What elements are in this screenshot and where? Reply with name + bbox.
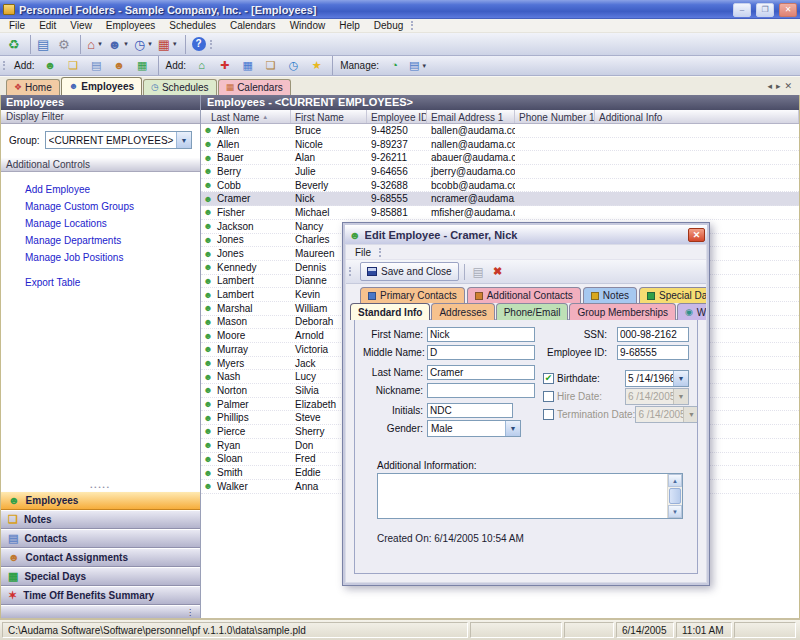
dialog-tab-primary-contacts[interactable]: Primary Contacts: [360, 287, 465, 303]
group-select[interactable]: <CURRENT EMPLOYEES> ▼: [45, 131, 192, 149]
scrollbar[interactable]: ▲ ▼: [667, 474, 682, 518]
manage-summary-button[interactable]: ◔: [384, 56, 405, 75]
first-name-field[interactable]: [427, 327, 535, 342]
settings-button[interactable]: ⚙: [53, 35, 74, 54]
sidebar-link[interactable]: Manage Locations: [25, 218, 200, 229]
menu-item[interactable]: Calendars: [223, 19, 283, 32]
schedules-button[interactable]: ◷: [132, 35, 154, 54]
add-special-day-button[interactable]: ▦: [132, 56, 153, 75]
additional-information-text[interactable]: [378, 474, 667, 518]
manage-assignments-button[interactable]: ▤: [407, 56, 428, 75]
dialog-tab-phone-email[interactable]: Phone/Email: [496, 303, 569, 320]
sidebar-link[interactable]: Add Employee: [25, 184, 200, 195]
menu-item[interactable]: File: [2, 19, 32, 32]
data-form-button[interactable]: ▤: [30, 35, 51, 54]
termination-date-checkbox[interactable]: [543, 409, 554, 420]
table-row[interactable]: ☻ Cobb Beverly 9-32688 bcobb@audama.com: [201, 179, 799, 193]
table-row[interactable]: ☻ Fisher Michael 9-85881 mfisher@audama.…: [201, 206, 799, 220]
delete-icon[interactable]: ✖: [490, 265, 505, 278]
nav-overflow-bar[interactable]: ⋮: [1, 605, 200, 618]
add-contact-button[interactable]: ▤: [86, 56, 107, 75]
tab-scroll-left-button[interactable]: ◂: [767, 81, 772, 91]
help-button[interactable]: ?: [185, 35, 208, 54]
add-employee-button[interactable]: ☻: [40, 56, 61, 75]
close-button[interactable]: ✕: [779, 3, 797, 17]
add-custom-group-button[interactable]: ▦: [237, 56, 258, 75]
minimize-button[interactable]: –: [733, 3, 751, 17]
nav-notes[interactable]: ❏ Notes: [1, 510, 200, 529]
dialog-menu-item[interactable]: File: [348, 245, 378, 259]
middle-name-field[interactable]: [427, 345, 535, 360]
save-and-close-button[interactable]: Save and Close: [360, 262, 459, 281]
add-time-off-benefit-button[interactable]: ★: [306, 56, 327, 75]
tab-calendars[interactable]: ▦ Calendars: [218, 79, 291, 95]
birthdate-select[interactable]: 5 /14/1966 ▼: [625, 370, 689, 387]
table-row[interactable]: ☻ Bauer Alan 9-26211 abauer@audama.com: [201, 151, 799, 165]
initials-field[interactable]: [427, 403, 513, 418]
ssn-field[interactable]: [617, 327, 689, 342]
dialog-tab-addresses[interactable]: Addresses: [431, 303, 494, 320]
employees-button[interactable]: ☻: [106, 35, 130, 54]
nav-contacts[interactable]: ▤ Contacts: [1, 529, 200, 548]
add-contact-assignment-button[interactable]: ☻: [109, 56, 130, 75]
menu-item[interactable]: View: [63, 19, 99, 32]
scrollbar-thumb[interactable]: [669, 488, 681, 504]
tab-scroll-right-button[interactable]: ▸: [776, 81, 781, 91]
chevron-down-icon[interactable]: ▼: [673, 371, 688, 386]
scroll-up-icon[interactable]: ▲: [668, 474, 682, 487]
column-header-last-name[interactable]: Last Name ▲: [201, 110, 291, 123]
menu-item[interactable]: Employees: [99, 19, 162, 32]
nav-employees[interactable]: ☻ Employees: [1, 491, 200, 510]
dialog-close-button[interactable]: ✕: [688, 228, 705, 242]
scroll-down-icon[interactable]: ▼: [668, 505, 682, 518]
column-header-first-name[interactable]: First Name: [291, 110, 367, 123]
column-header-additional-info[interactable]: Additional Info: [595, 110, 799, 123]
refresh-button[interactable]: ♻: [3, 35, 24, 54]
sidebar-link[interactable]: Manage Departments: [25, 235, 200, 246]
table-row[interactable]: ☻ Berry Julie 9-64656 jberry@audama.com: [201, 165, 799, 179]
table-row[interactable]: ☻ Allen Nicole 9-89237 nallen@audama.com: [201, 138, 799, 152]
menu-item[interactable]: Schedules: [162, 19, 223, 32]
sidebar-link[interactable]: Manage Custom Groups: [25, 201, 200, 212]
sidebar-link[interactable]: Manage Job Positions: [25, 252, 200, 263]
nickname-field[interactable]: [427, 383, 535, 398]
dialog-tab-work-status[interactable]: ◉ Work Status: [677, 303, 707, 320]
add-schedule-button[interactable]: ◷: [283, 56, 304, 75]
nav-overflow-icon[interactable]: ⋮: [186, 608, 194, 617]
add-note-button[interactable]: ❏: [63, 56, 84, 75]
print-icon[interactable]: ▤: [470, 265, 487, 279]
nav-contact-assignments[interactable]: ☻ Contact Assignments: [1, 548, 200, 567]
menu-item[interactable]: Window: [283, 19, 333, 32]
menu-item[interactable]: Help: [332, 19, 367, 32]
add-department-button[interactable]: ✚: [214, 56, 235, 75]
column-header-employee-id[interactable]: Employee ID: [367, 110, 427, 123]
table-row[interactable]: ☻ Allen Bruce 9-48250 ballen@audama.com: [201, 124, 799, 138]
dialog-tab-notes[interactable]: Notes: [583, 287, 637, 303]
home-button[interactable]: ⌂: [80, 35, 103, 54]
last-name-field[interactable]: [427, 365, 535, 380]
table-row[interactable]: ☻ Cramer Nick 9-68555 ncramer@audama.com: [201, 192, 799, 206]
birthdate-checkbox[interactable]: ✔: [543, 373, 554, 384]
dialog-tab-standard-info[interactable]: Standard Info: [350, 303, 430, 320]
nav-special-days[interactable]: ▦ Special Days: [1, 567, 200, 586]
add-location-button[interactable]: ⌂: [191, 56, 212, 75]
gender-select[interactable]: Male ▼: [427, 420, 521, 437]
hire-date-checkbox[interactable]: [543, 391, 554, 402]
dialog-tab-additional-contacts[interactable]: Additional Contacts: [467, 287, 581, 303]
export-table-link[interactable]: Export Table: [25, 277, 200, 288]
restore-button[interactable]: ❐: [756, 3, 774, 17]
column-header-phone[interactable]: Phone Number 1: [515, 110, 595, 123]
tab-home[interactable]: ❖ Home: [6, 79, 60, 95]
calendars-button[interactable]: ▦: [156, 35, 179, 54]
tab-close-button[interactable]: ✕: [784, 81, 792, 91]
add-job-position-button[interactable]: ❏: [260, 56, 281, 75]
chevron-down-icon[interactable]: ▼: [176, 132, 191, 148]
employee-id-field[interactable]: [617, 345, 689, 360]
dialog-tab-group-memberships[interactable]: Group Memberships: [569, 303, 676, 320]
tab-employees[interactable]: ☻ Employees: [61, 77, 142, 95]
chevron-down-icon[interactable]: ▼: [505, 421, 520, 436]
dialog-tab-special-dates[interactable]: Special Dates: [639, 287, 707, 303]
nav-time-off-benefits-summary[interactable]: ✶ Time Off Benefits Summary: [1, 586, 200, 605]
column-header-email[interactable]: Email Address 1: [427, 110, 515, 123]
additional-information-field[interactable]: ▲ ▼: [377, 473, 683, 519]
